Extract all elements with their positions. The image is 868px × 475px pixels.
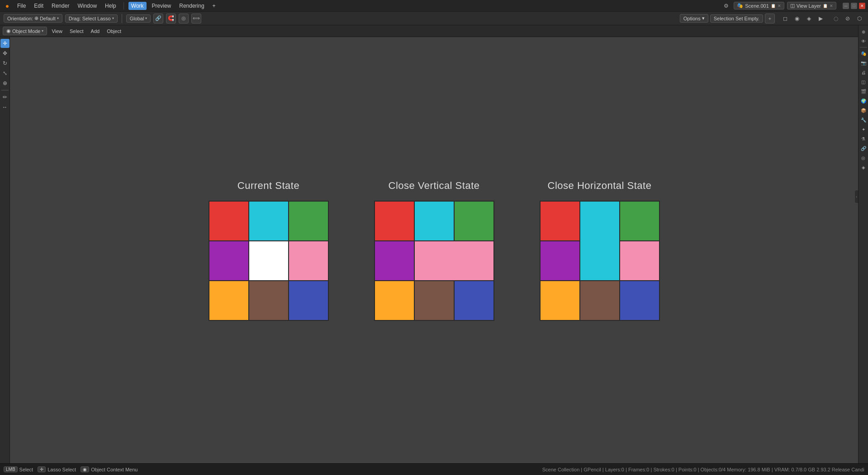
orientation-label: Orientation:	[7, 16, 33, 21]
horiz-cell-r1c0	[541, 241, 579, 280]
global-chevron-icon: ▾	[145, 16, 147, 20]
context-key: ◉	[81, 466, 89, 472]
scene-data-icon[interactable]: 🎬	[859, 87, 868, 96]
wireframe-shading-icon[interactable]: ◻	[780, 14, 790, 24]
mirror-icon[interactable]: ⟺	[191, 14, 201, 24]
pivot-point-icon[interactable]: 🔗	[153, 14, 163, 24]
vert-cell-r0c1	[415, 202, 454, 240]
add-selection-set-icon[interactable]: +	[765, 14, 775, 24]
workspace-tab-preview[interactable]: Preview	[149, 2, 174, 10]
scene-selector[interactable]: 🎭 Scene.001 📋 ✕	[734, 2, 784, 9]
modifier-properties-icon[interactable]: 🔧	[859, 115, 868, 124]
xray-icon[interactable]: ⬡	[854, 14, 864, 24]
menu-window[interactable]: Window	[75, 2, 100, 10]
menu-edit[interactable]: Edit	[31, 2, 46, 10]
vert-cell-r1c12	[415, 241, 493, 280]
object-mode-label: Object Mode	[12, 28, 40, 34]
cursor-tool-button[interactable]: ✛	[0, 39, 9, 48]
measure-tool-button[interactable]: ↔	[0, 103, 9, 112]
maximize-button[interactable]: □	[851, 3, 857, 9]
points-label: Points:0	[678, 467, 697, 472]
view-layer-label: View Layer	[797, 3, 821, 9]
output-properties-icon[interactable]: 🖨	[859, 68, 868, 77]
drag-dropdown[interactable]: Drag: Select Lasso ▾	[65, 14, 118, 23]
vert-cell-r1c0	[375, 241, 414, 280]
viewport-gizmo-icon[interactable]: ◌	[831, 14, 841, 24]
options-button[interactable]: Options ▾	[680, 14, 708, 23]
layers-label: Layers:0	[605, 467, 624, 472]
constraints-icon[interactable]: 🔗	[859, 144, 868, 153]
render-properties-icon[interactable]: 📷	[859, 58, 868, 67]
object-mode-dropdown[interactable]: ◉ Object Mode ▾	[3, 27, 47, 35]
active-tool-icon[interactable]: ⊕	[859, 27, 868, 36]
solid-shading-icon[interactable]: ◉	[792, 14, 802, 24]
view-options-icon[interactable]: 👁	[859, 37, 868, 46]
add-menu[interactable]: Add	[88, 28, 103, 35]
rendered-shading-icon[interactable]: ▶	[816, 14, 825, 24]
menu-help[interactable]: Help	[102, 2, 119, 10]
close-button[interactable]: ✕	[859, 3, 865, 9]
n-panel-toggle[interactable]: ‹	[854, 190, 858, 203]
select-status-item: LMB Select	[4, 466, 33, 472]
overlay-icon[interactable]: ⊘	[843, 14, 853, 24]
selection-set-button[interactable]: Selection Set Empty.	[710, 14, 763, 23]
move-tool-button[interactable]: ✥	[0, 49, 9, 58]
horiz-cell-r2c0	[541, 281, 579, 320]
workspace-tab-rendering[interactable]: Rendering	[176, 2, 207, 10]
snap-icon[interactable]: 🧲	[166, 14, 176, 24]
vram-label: VRAM: 0.7/8.0 GB	[774, 467, 815, 472]
material-properties-icon[interactable]: ◈	[859, 163, 868, 172]
selection-set-label: Selection Set Empty.	[714, 16, 759, 21]
menu-file[interactable]: File	[14, 2, 28, 10]
minimize-button[interactable]: ─	[843, 3, 849, 9]
object-properties-icon[interactable]: 📦	[859, 106, 868, 115]
gpencil-label: GPencil	[583, 467, 601, 472]
current-state-diagram: Current State	[209, 180, 329, 321]
object-mode-chevron-icon: ▾	[42, 29, 43, 33]
view-layer-properties-icon[interactable]: ◫	[859, 77, 868, 86]
render-engine-icon[interactable]: ⚙	[721, 1, 731, 11]
horiz-cell-r2c2	[620, 281, 659, 320]
physics-icon[interactable]: ⚗	[859, 134, 868, 143]
close-scene-icon[interactable]: ✕	[778, 4, 781, 8]
scene-properties-icon[interactable]: 🎭	[859, 49, 868, 58]
options-label: Options	[683, 16, 701, 21]
current-cell-r1c0	[209, 241, 248, 280]
vert-cell-r2c2	[455, 281, 493, 320]
vert-cell-r0c0	[375, 202, 414, 240]
main-canvas: Current State Close Vertical State	[10, 37, 858, 463]
global-dropdown[interactable]: Global ▾	[126, 14, 151, 23]
object-menu[interactable]: Object	[104, 28, 124, 35]
data-properties-icon[interactable]: ◎	[859, 153, 868, 162]
annotate-tool-button[interactable]: ✏	[0, 93, 9, 102]
window-controls: ─ □ ✕	[843, 3, 865, 9]
view-layer-close-icon[interactable]: ✕	[830, 4, 833, 8]
horiz-cell-c1-rows01	[580, 202, 619, 280]
current-cell-r2c2	[289, 281, 328, 320]
horiz-cell-r2c1	[580, 281, 619, 320]
select-menu[interactable]: Select	[67, 28, 86, 35]
close-vertical-grid	[374, 201, 494, 321]
lasso-select-status-item: ✛ Lasso Select	[38, 466, 76, 472]
material-shading-icon[interactable]: ◈	[804, 14, 814, 24]
current-cell-r0c0	[209, 202, 248, 240]
rotate-tool-button[interactable]: ↻	[0, 59, 9, 68]
add-workspace-button[interactable]: +	[210, 2, 218, 10]
objects-label: Objects:0/4	[701, 467, 726, 472]
drag-chevron-icon: ▾	[112, 16, 114, 20]
world-icon[interactable]: 🌍	[859, 96, 868, 105]
vert-cell-r2c1	[415, 281, 454, 320]
current-cell-r1c1	[249, 241, 288, 280]
menu-render[interactable]: Render	[49, 2, 72, 10]
proportional-icon[interactable]: ◎	[179, 14, 189, 24]
workspace-tab-work[interactable]: Work	[128, 2, 147, 10]
frames-label: Frames:0	[628, 467, 649, 472]
horiz-cell-r0c2	[620, 202, 659, 240]
particles-icon[interactable]: ✦	[859, 125, 868, 134]
orientation-dropdown[interactable]: Orientation: ⊕ Default ▾	[4, 14, 62, 23]
right-toolbar: ⊕ 👁 🎭 📷 🖨 ◫ 🎬 🌍 📦 🔧 ✦ ⚗ 🔗 ◎ ◈	[858, 25, 868, 463]
view-menu[interactable]: View	[49, 28, 65, 35]
view-layer-button[interactable]: ◫ View Layer 📋 ✕	[787, 2, 836, 9]
transform-tool-button[interactable]: ⊕	[0, 79, 9, 88]
scale-tool-button[interactable]: ⤡	[0, 69, 9, 78]
